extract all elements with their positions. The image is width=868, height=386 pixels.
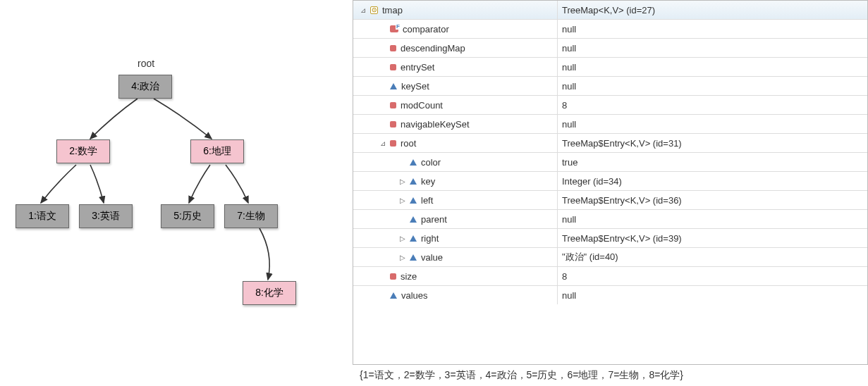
variable-name-cell[interactable]: ▷key <box>353 172 558 190</box>
variable-row[interactable]: valuesnull <box>353 285 867 304</box>
expander-open-icon[interactable]: ⊿ <box>379 139 387 147</box>
map-tostring: {1=语文，2=数学，3=英语，4=政治，5=历史，6=地理，7=生物，8=化学… <box>353 365 868 386</box>
variable-name-cell[interactable]: color <box>353 153 558 171</box>
tree-node-6: 6:地理 <box>190 139 244 163</box>
variable-name: parent <box>421 214 447 225</box>
variable-name: navigableKeySet <box>401 119 470 130</box>
variable-value: TreeMap$Entry<K,V> (id=39) <box>558 229 867 247</box>
main-container: root 4:政治 2:数学 6:地理 1:语文 3:英语 5:历史 7:生物 … <box>0 0 868 386</box>
variable-name-cell[interactable]: entrySet <box>353 58 558 76</box>
node-label: 5:历史 <box>173 210 202 223</box>
node-label: 6:地理 <box>203 145 231 158</box>
variable-value: null <box>558 20 867 38</box>
variable-value: TreeMap<K,V> (id=27) <box>558 1 867 19</box>
variable-value: null <box>558 115 867 133</box>
variable-name-cell[interactable]: ▷left <box>353 191 558 209</box>
tree-node-7: 7:生物 <box>224 204 278 228</box>
variable-name: comparator <box>403 24 449 35</box>
field-triangle-icon <box>410 178 417 185</box>
field-square-icon <box>390 45 396 51</box>
variable-row[interactable]: size8 <box>353 266 867 285</box>
variable-value: null <box>558 39 867 57</box>
tree-node-3: 3:英语 <box>79 204 133 228</box>
tree-node-1: 1:语文 <box>16 204 69 228</box>
tree-diagram: root 4:政治 2:数学 6:地理 1:语文 3:英语 5:历史 7:生物 … <box>0 0 353 386</box>
root-label: root <box>137 58 154 69</box>
variable-name: value <box>421 252 443 263</box>
variable-name: size <box>401 271 417 282</box>
variable-value: true <box>558 153 867 171</box>
expander-closed-icon[interactable]: ▷ <box>398 197 407 204</box>
variable-name-cell[interactable]: values <box>353 286 558 304</box>
node-label: 8:化学 <box>255 287 283 299</box>
field-square-icon <box>390 273 396 280</box>
expander-closed-icon[interactable]: ▷ <box>398 235 407 242</box>
variable-row[interactable]: ⊿⊙tmapTreeMap<K,V> (id=27) <box>353 0 867 19</box>
object-icon: ⊙ <box>370 6 378 14</box>
node-label: 2:数学 <box>69 145 97 158</box>
variable-name-cell[interactable]: descendingMap <box>353 39 558 57</box>
variable-name: root <box>401 138 416 149</box>
expander-closed-icon[interactable]: ▷ <box>398 254 407 261</box>
field-square-icon <box>390 64 396 70</box>
debugger-panel: ⊿⊙tmapTreeMap<K,V> (id=27)comparatornull… <box>353 0 868 386</box>
variable-name-cell[interactable]: navigableKeySet <box>353 115 558 133</box>
variable-value: Integer (id=34) <box>558 172 867 190</box>
tree-node-8: 8:化学 <box>243 281 296 305</box>
expander-open-icon[interactable]: ⊿ <box>359 6 367 14</box>
expander-closed-icon[interactable]: ▷ <box>398 178 407 185</box>
variable-name-cell[interactable]: comparator <box>353 20 558 38</box>
variable-value: 8 <box>558 96 867 114</box>
variable-name: tmap <box>382 5 403 15</box>
variable-row[interactable]: colortrue <box>353 152 867 171</box>
tree-node-2: 2:数学 <box>56 139 110 163</box>
node-label: 3:英语 <box>92 210 120 223</box>
variable-name: keySet <box>401 81 429 92</box>
variable-row[interactable]: ▷value"政治" (id=40) <box>353 247 867 266</box>
tree-node-5: 5:历史 <box>161 204 214 228</box>
variable-row[interactable]: navigableKeySetnull <box>353 114 867 133</box>
variable-row[interactable]: descendingMapnull <box>353 38 867 57</box>
variable-row[interactable]: entrySetnull <box>353 57 867 76</box>
variable-value: null <box>558 286 867 304</box>
variable-value: null <box>558 58 867 76</box>
variable-row[interactable]: keySetnull <box>353 76 867 95</box>
variable-name: descendingMap <box>401 43 465 54</box>
variable-name: color <box>421 157 441 168</box>
node-label: 1:语文 <box>28 210 56 223</box>
variable-value: "政治" (id=40) <box>558 248 867 266</box>
field-triangle-icon <box>410 235 417 242</box>
variable-row[interactable]: parentnull <box>353 209 867 228</box>
variable-name-cell[interactable]: keySet <box>353 77 558 95</box>
variable-row[interactable]: ⊿rootTreeMap$Entry<K,V> (id=31) <box>353 133 867 152</box>
variable-row[interactable]: modCount8 <box>353 95 867 114</box>
variable-value: null <box>558 210 867 228</box>
variable-name-cell[interactable]: modCount <box>353 96 558 114</box>
field-triangle-icon <box>390 83 397 89</box>
variable-value: TreeMap$Entry<K,V> (id=36) <box>558 191 867 209</box>
tree-edges <box>0 0 353 386</box>
variable-name: values <box>401 290 428 301</box>
variable-row[interactable]: comparatornull <box>353 19 867 38</box>
node-label: 4:政治 <box>131 80 159 93</box>
field-square-icon <box>390 121 396 127</box>
variable-row[interactable]: ▷rightTreeMap$Entry<K,V> (id=39) <box>353 228 867 247</box>
tree-node-4: 4:政治 <box>118 75 172 99</box>
variable-name: entrySet <box>401 62 434 73</box>
variables-table[interactable]: ⊿⊙tmapTreeMap<K,V> (id=27)comparatornull… <box>353 0 868 365</box>
variable-row[interactable]: ▷leftTreeMap$Entry<K,V> (id=36) <box>353 190 867 209</box>
variable-row[interactable]: ▷keyInteger (id=34) <box>353 171 867 190</box>
variable-name-cell[interactable]: ▷value <box>353 248 558 266</box>
variable-name: key <box>421 176 435 187</box>
variable-name: left <box>421 195 433 206</box>
variable-name-cell[interactable]: ⊿⊙tmap <box>353 1 558 19</box>
field-square-icon <box>390 140 396 147</box>
field-triangle-icon <box>390 292 397 299</box>
variable-value: 8 <box>558 267 867 285</box>
variable-name: right <box>421 233 439 244</box>
variable-name-cell[interactable]: ⊿root <box>353 134 558 152</box>
field-square-icon <box>390 102 396 108</box>
variable-name-cell[interactable]: ▷right <box>353 229 558 247</box>
variable-name-cell[interactable]: size <box>353 267 558 285</box>
variable-name-cell[interactable]: parent <box>353 210 558 228</box>
